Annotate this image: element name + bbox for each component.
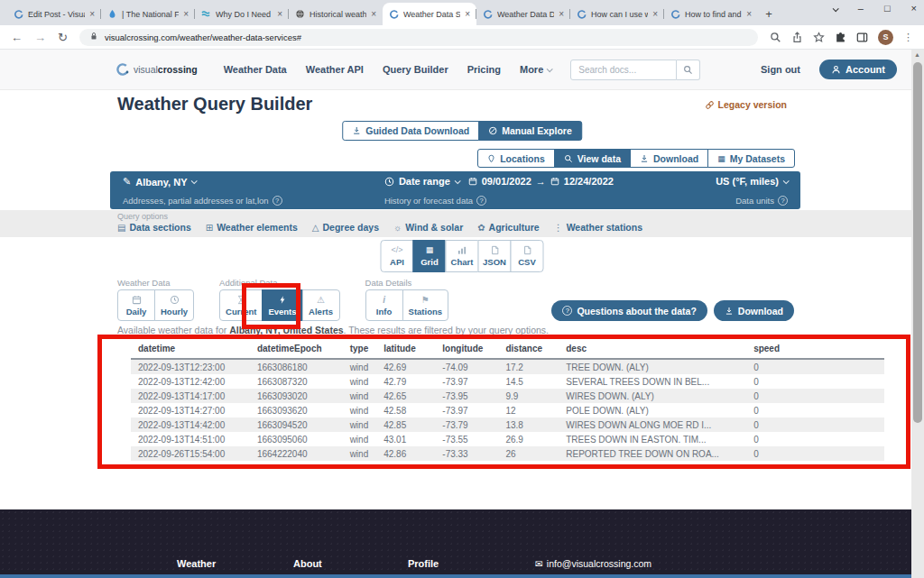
maximize-window-button[interactable]: □ <box>884 3 891 14</box>
close-window-button[interactable]: × <box>911 3 917 14</box>
close-tab-icon[interactable]: × <box>89 9 95 19</box>
events-button[interactable]: Events <box>262 289 302 321</box>
visualcrossing-favicon-icon <box>483 9 493 19</box>
nav-more-menu[interactable]: More <box>520 64 551 75</box>
nav-link-weather-data[interactable]: Weather Data <box>224 64 287 75</box>
option-weather-elements[interactable]: ⊞Weather elements <box>206 222 298 233</box>
option-weather-stations[interactable]: ⋮Weather stations <box>554 222 642 233</box>
footer-profile-heading[interactable]: Profile <box>408 558 439 569</box>
code-icon: </> <box>391 245 402 255</box>
tab-title: Historical weather <box>310 10 366 19</box>
tab-api[interactable]: </>API <box>381 240 414 272</box>
view-button-group: Locations View data Download ▦ My Datase… <box>477 149 795 168</box>
browser-tab[interactable]: Why Do I Need Flo × <box>195 3 289 25</box>
my-datasets-button[interactable]: ▦ My Datasets <box>707 149 795 168</box>
page-footer <box>0 509 911 578</box>
calendar-icon <box>468 177 477 186</box>
stations-button[interactable]: ⚑Stations <box>402 289 448 321</box>
browser-tab[interactable]: | The National Floo × <box>101 3 195 25</box>
legacy-version-link[interactable]: Legacy version <box>705 99 787 110</box>
alerts-button[interactable]: ⚠Alerts <box>302 289 340 321</box>
additional-data-group: Additional Data Current Events ⚠Alerts <box>219 278 339 321</box>
storm-icon <box>278 295 287 306</box>
url-bar[interactable]: visualcrossing.com/weather/weather-data-… <box>79 29 758 46</box>
close-tab-icon[interactable]: × <box>277 9 282 19</box>
footer-about-heading[interactable]: About <box>293 558 322 569</box>
tab-grid[interactable]: ▦Grid <box>413 240 447 272</box>
footer-email-link[interactable]: ✉info@visualcrossing.com <box>535 558 651 569</box>
current-button[interactable]: Current <box>219 289 263 321</box>
bookmark-star-icon[interactable] <box>813 32 825 43</box>
extensions-puzzle-icon[interactable] <box>835 32 846 43</box>
questions-about-data-button[interactable]: ?Questions about the data? <box>551 300 707 321</box>
browser-tab[interactable]: Edit Post - Visual C × <box>7 3 101 25</box>
scroll-up-icon[interactable]: ▲ <box>914 51 920 58</box>
guided-data-download-button[interactable]: Guided Data Download <box>342 121 479 141</box>
tab-csv[interactable]: CSV <box>511 240 544 272</box>
hourly-button[interactable]: Hourly <box>154 289 194 321</box>
manual-explore-button[interactable]: Manual Explore <box>478 121 582 141</box>
browser-menu-icon[interactable]: ⋮ <box>903 32 913 43</box>
browser-tab-active[interactable]: Weather Data Ser × <box>383 3 476 25</box>
logo-swirl-icon <box>116 62 130 77</box>
close-tab-icon[interactable]: × <box>652 9 658 19</box>
browser-tab[interactable]: How to find and u × <box>664 3 758 25</box>
help-icon[interactable]: ? <box>778 196 788 206</box>
back-icon[interactable]: ← <box>11 31 23 44</box>
table-cell: 1663095060 <box>250 432 343 446</box>
reload-icon[interactable]: ↻ <box>58 31 68 44</box>
option-degree-days[interactable]: △Degree days <box>312 222 379 233</box>
visualcrossing-logo[interactable]: visualcrossing <box>116 62 198 77</box>
share-icon[interactable] <box>791 32 803 43</box>
download-data-button[interactable]: Download <box>714 300 794 321</box>
footer-weather-heading[interactable]: Weather <box>177 558 216 569</box>
docs-search-input[interactable] <box>570 60 677 80</box>
close-tab-icon[interactable]: × <box>746 9 752 19</box>
nav-link-query-builder[interactable]: Query Builder <box>383 64 448 75</box>
tab-search-chevron-icon[interactable] <box>833 3 837 14</box>
close-tab-icon[interactable]: × <box>371 9 376 19</box>
help-icon[interactable]: ? <box>476 196 486 206</box>
close-tab-icon[interactable]: × <box>183 9 189 19</box>
date-range-section[interactable]: Date range 09/01/2022 → 12/24/2022 Histo… <box>384 176 614 206</box>
account-button[interactable]: Account <box>819 60 897 79</box>
sign-out-link[interactable]: Sign out <box>761 64 800 75</box>
forward-icon[interactable]: → <box>34 31 46 44</box>
view-data-button[interactable]: View data <box>554 149 631 168</box>
profile-avatar[interactable]: S <box>878 30 893 45</box>
browser-tab[interactable]: How can I use wea × <box>570 3 664 25</box>
info-button[interactable]: iInfo <box>365 289 403 321</box>
page-title: Weather Query Builder <box>117 94 312 115</box>
tab-chart[interactable]: Chart <box>446 240 479 272</box>
page-scrollbar[interactable]: ▲ <box>911 50 924 578</box>
docs-search-button[interactable] <box>677 60 700 80</box>
option-data-sections[interactable]: ▤Data sections <box>117 222 191 233</box>
close-tab-icon[interactable]: × <box>465 9 470 19</box>
location-section[interactable]: ✎ Albany, NY Addresses, partial addresse… <box>123 176 282 206</box>
waves-favicon-icon <box>201 9 211 19</box>
info-icon: i <box>383 295 385 306</box>
scrollbar-thumb[interactable] <box>913 62 922 423</box>
option-agriculture[interactable]: ✿Agriculture <box>477 222 539 233</box>
table-cell: 14.5 <box>498 374 559 389</box>
zoom-search-icon[interactable] <box>770 32 781 43</box>
download-button[interactable]: Download <box>630 149 708 168</box>
browser-tab[interactable]: Historical weather × <box>289 3 383 25</box>
help-icon[interactable]: ? <box>273 196 282 206</box>
tab-json[interactable]: JSON <box>478 240 512 272</box>
minimize-window-button[interactable]: – <box>858 3 864 14</box>
browser-tab[interactable]: Weather Data Doc × <box>476 3 570 25</box>
visualcrossing-favicon-icon <box>389 9 399 19</box>
locations-button[interactable]: Locations <box>477 149 555 168</box>
daily-button[interactable]: Daily <box>117 289 155 321</box>
nav-link-pricing[interactable]: Pricing <box>467 64 501 75</box>
nav-link-weather-api[interactable]: Weather API <box>306 64 364 75</box>
units-section[interactable]: US (°F, miles) Data units? <box>716 176 788 206</box>
option-wind-solar[interactable]: ☼Wind & solar <box>393 222 463 233</box>
output-format-tabs: </>API ▦Grid Chart JSON CSV <box>381 240 544 272</box>
new-tab-button[interactable]: + <box>758 7 780 21</box>
close-tab-icon[interactable]: × <box>559 9 564 19</box>
logo-text-crossing: crossing <box>158 64 198 75</box>
date-start-value: 09/01/2022 <box>482 176 531 187</box>
sidebar-panel-icon[interactable] <box>856 32 868 43</box>
